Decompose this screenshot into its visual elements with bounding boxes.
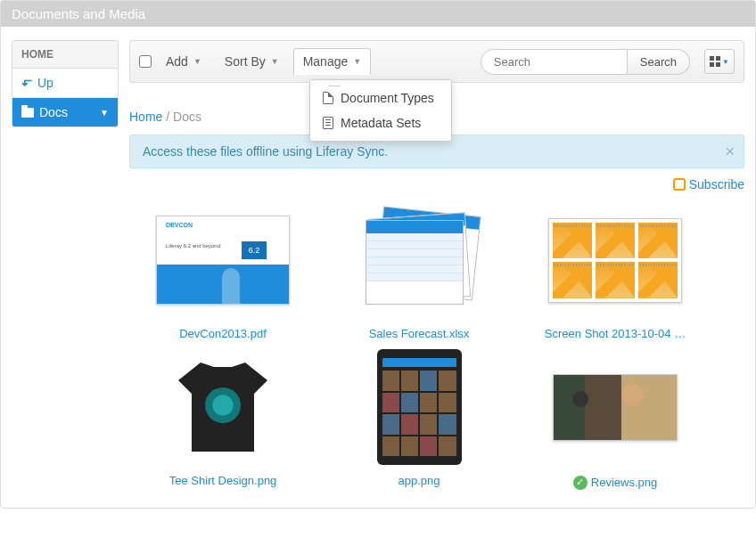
approved-check-icon: ✓ (573, 476, 588, 490)
file-thumbnail (361, 211, 477, 309)
file-grid: DEVCON Liferay 6.2 and beyond 6.2 DevCon… (129, 202, 744, 490)
sidebar: HOME ↳Up Docs ▼ (12, 40, 119, 127)
menu-item-document-types[interactable]: Document Types (310, 86, 451, 110)
alert-close-button[interactable]: × (725, 143, 735, 161)
sidebar-home-label: HOME (12, 41, 118, 69)
file-name: Tee Shirt Design.png (147, 474, 299, 487)
rss-icon (673, 178, 686, 191)
file-name: Sales Forecast.xlsx (343, 327, 495, 340)
up-arrow-icon: ↳ (20, 77, 34, 88)
caret-down-icon: ▼ (353, 57, 361, 66)
file-thumbnail (377, 349, 462, 465)
file-item[interactable]: Screen Shot 2013-10-04 … (539, 202, 691, 340)
folder-icon (21, 108, 34, 118)
subscribe-row: Subscribe (129, 168, 744, 202)
alert-text: Access these files offline using Liferay… (143, 144, 388, 159)
main-content: Add▼ Sort By▼ Manage▼ Search ▼ Document … (129, 40, 744, 490)
breadcrumb-current: Docs (173, 110, 201, 124)
caret-down-icon: ▼ (271, 57, 279, 66)
menu-item-metadata-sets[interactable]: Metadata Sets (310, 110, 451, 135)
documents-media-portlet: Documents and Media HOME ↳Up Docs ▼ Add▼… (0, 0, 756, 509)
sort-by-button[interactable]: Sort By▼ (216, 49, 288, 74)
search-button[interactable]: Search (628, 49, 690, 75)
file-thumbnail (548, 218, 682, 303)
view-toggle-button[interactable]: ▼ (704, 49, 735, 74)
sidebar-up-label: Up (37, 76, 53, 90)
file-name: ✓ Reviews.png (573, 476, 657, 490)
file-item[interactable]: app.png (343, 349, 495, 490)
select-all-checkbox[interactable] (139, 55, 152, 68)
subscribe-link[interactable]: Subscribe (673, 177, 744, 192)
caret-down-icon: ▼ (722, 58, 729, 66)
sidebar-folder-label: Docs (39, 105, 68, 119)
file-name: DevCon2013.pdf (147, 327, 299, 340)
file-name: app.png (343, 474, 495, 487)
search-group: Search (481, 49, 690, 75)
file-item[interactable]: DEVCON Liferay 6.2 and beyond 6.2 DevCon… (147, 202, 299, 340)
manage-dropdown: Document Types Metadata Sets (309, 79, 452, 142)
search-input[interactable] (481, 49, 628, 75)
file-thumbnail (553, 374, 678, 441)
caret-down-icon: ▼ (193, 57, 201, 66)
toolbar: Add▼ Sort By▼ Manage▼ Search ▼ (129, 40, 744, 83)
file-item[interactable]: Sales Forecast.xlsx (343, 202, 495, 340)
file-thumbnail: DEVCON Liferay 6.2 and beyond 6.2 (156, 216, 290, 305)
caret-down-icon: ▼ (100, 108, 109, 118)
portlet-title: Documents and Media (1, 1, 755, 27)
metadata-icon (323, 117, 333, 129)
file-item[interactable]: ✓ Reviews.png (539, 349, 691, 490)
manage-button[interactable]: Manage▼ (293, 48, 372, 75)
add-button[interactable]: Add▼ (157, 49, 210, 74)
document-icon (323, 92, 333, 104)
sidebar-item-docs[interactable]: Docs ▼ (12, 98, 118, 126)
portlet-body: HOME ↳Up Docs ▼ Add▼ Sort By▼ Manage▼ Se… (1, 27, 755, 508)
file-item[interactable]: Tee Shirt Design.png (147, 349, 299, 490)
file-thumbnail (169, 354, 276, 460)
file-name: Screen Shot 2013-10-04 … (539, 327, 691, 340)
grid-icon (710, 56, 720, 67)
sidebar-up-link[interactable]: ↳Up (12, 69, 118, 98)
breadcrumb-home[interactable]: Home (129, 110, 162, 124)
